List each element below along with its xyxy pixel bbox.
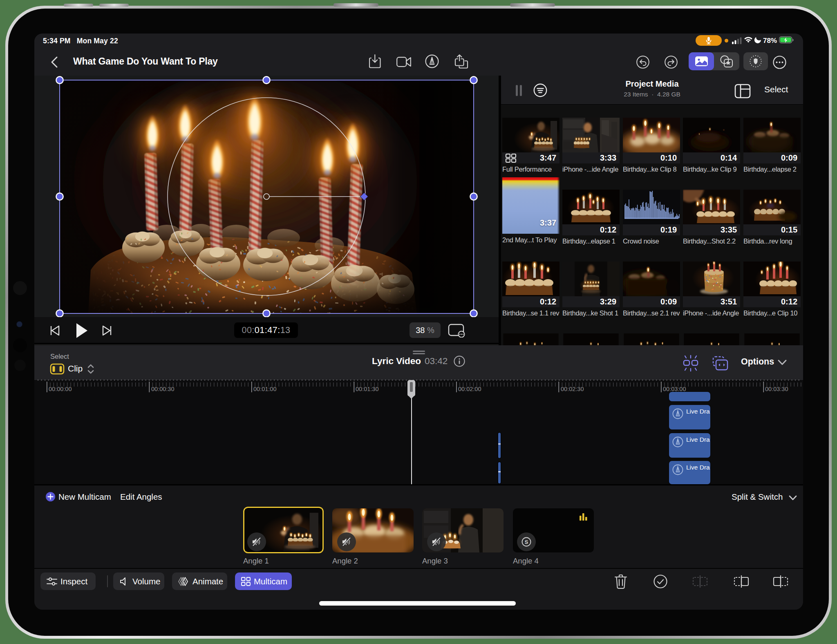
svg-text:S: S [525, 539, 528, 545]
